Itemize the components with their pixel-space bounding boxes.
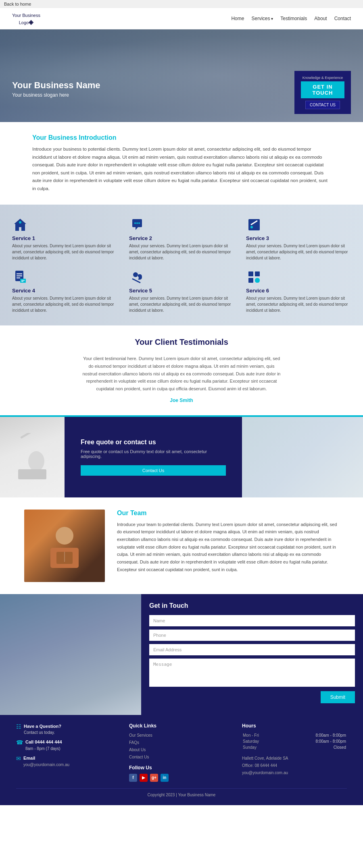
- service-card-5: Service 5 About your services. Dummy tex…: [129, 269, 234, 313]
- social-googleplus[interactable]: g+: [150, 774, 158, 782]
- submit-button[interactable]: Submit: [321, 691, 355, 703]
- svg-rect-16: [248, 271, 253, 276]
- service-3-desc: About your services. Dummy text Lorem ip…: [246, 243, 351, 261]
- svg-point-1: [134, 222, 136, 224]
- nav-home[interactable]: Home: [231, 16, 244, 21]
- nav-services[interactable]: Services: [251, 16, 273, 21]
- svg-point-2: [136, 222, 138, 224]
- footer-address: Hallett Cove, Adelaide SA: [242, 755, 347, 762]
- hero-slogan: Your business slogan here: [12, 92, 100, 98]
- service-5-title: Service 5: [129, 288, 234, 294]
- service-4-icon: [12, 269, 28, 285]
- hero-cta-label: Knowledge & Experience: [301, 76, 344, 80]
- contact-form-heading: Get in Touch: [149, 602, 355, 609]
- service-4-desc: About your services. Dummy text Lorem ip…: [12, 295, 117, 313]
- footer-email-label: Email: [23, 755, 69, 762]
- footer-contact-today: Contact us today.: [24, 730, 55, 735]
- footer-phone-hours: 8am - 8pm (7 days): [25, 746, 60, 751]
- team-text: Introduce your team to potential clients…: [117, 521, 339, 574]
- footer-office-phone: Office: 08 6444 444: [242, 762, 347, 769]
- footer-link-about[interactable]: About Us: [129, 746, 234, 754]
- footer-email-address[interactable]: you@yourdomain.com.au: [23, 761, 69, 769]
- svg-rect-11: [20, 279, 26, 283]
- social-linkedin[interactable]: in: [161, 774, 169, 782]
- hours-time-1: 8:00am - 8:00pm: [279, 733, 346, 738]
- footer-quicklinks-heading: Quick Links: [129, 723, 234, 729]
- cta-image: [0, 417, 65, 497]
- hero-section: Your Business Name Your business slogan …: [0, 29, 363, 122]
- hours-row-3: Sunday Closed: [243, 745, 346, 750]
- service-1-title: Service 1: [12, 235, 117, 241]
- nav-contact[interactable]: Contact: [334, 16, 351, 21]
- contact-us-hero-button[interactable]: CONTACT US: [305, 101, 340, 109]
- social-facebook[interactable]: f: [129, 774, 137, 782]
- service-3-title: Service 3: [246, 235, 351, 241]
- service-1-desc: About your services. Dummy text Lorem ip…: [12, 243, 117, 261]
- footer-link-contact[interactable]: Contact Us: [129, 754, 234, 761]
- svg-point-3: [138, 222, 140, 224]
- intro-text: Introduce your business to potential cli…: [32, 145, 331, 193]
- svg-rect-17: [255, 271, 260, 276]
- footer-link-faqs[interactable]: FAQs: [129, 739, 234, 746]
- testimonial-text: Your client testimonial here. Dummy text…: [81, 355, 282, 392]
- cta-contact-button[interactable]: Contact Us: [81, 465, 226, 476]
- hours-table: Mon - Fri 8:00am - 8:00pm Saturday 8:00a…: [242, 732, 347, 751]
- hours-row-1: Mon - Fri 8:00am - 8:00pm: [243, 733, 346, 738]
- testimonials-section: Your Client Testimonials Your client tes…: [0, 325, 363, 415]
- back-home-link[interactable]: Back to home: [4, 2, 31, 6]
- footer-link-services[interactable]: Our Services: [129, 732, 234, 739]
- footer-followus-heading: Follow Us: [129, 765, 234, 771]
- intro-heading: Your Business Introduction: [32, 134, 331, 141]
- testimonial-author: Joe Smith: [32, 398, 331, 403]
- hero-cta-box: Knowledge & Experience GET IN TOUCH CONT…: [294, 71, 351, 114]
- hours-day-2: Saturday: [243, 739, 278, 744]
- team-image: [24, 510, 105, 582]
- contact-section: Get in Touch Submit: [0, 594, 363, 715]
- svg-point-22: [56, 527, 73, 545]
- svg-rect-18: [248, 278, 253, 283]
- footer-copyright: Copyright 2023 | Your Business Name: [148, 793, 216, 797]
- message-input[interactable]: [149, 659, 355, 687]
- service-card-1: Service 1 About your services. Dummy tex…: [12, 217, 117, 261]
- team-heading: Our Team: [117, 510, 339, 517]
- cta-content: Free quote or contact us Free quote or c…: [65, 417, 242, 497]
- service-4-title: Service 4: [12, 288, 117, 294]
- hours-day-3: Sunday: [243, 745, 278, 750]
- phone-input[interactable]: [149, 630, 355, 641]
- phone-icon: ☎: [16, 739, 23, 746]
- header: Your Business Logo◈ Home Services Testim…: [0, 8, 363, 29]
- service-5-icon: [129, 269, 145, 285]
- services-section: Service 1 About your services. Dummy tex…: [0, 205, 363, 325]
- contact-form-area: Get in Touch Submit: [141, 594, 363, 715]
- footer-hours-heading: Hours: [242, 723, 347, 729]
- svg-point-20: [28, 451, 44, 471]
- intro-section: Your Business Introduction Introduce you…: [0, 122, 363, 205]
- service-2-title: Service 2: [129, 235, 234, 241]
- email-input[interactable]: [149, 644, 355, 655]
- service-card-4: Service 4 About your services. Dummy tex…: [12, 269, 117, 313]
- footer-question-item: ☷ Have a Question? Contact us today.: [16, 723, 121, 736]
- service-3-icon: [246, 217, 262, 233]
- social-icons: f ▶ g+ in: [129, 774, 234, 782]
- social-youtube[interactable]: ▶: [140, 774, 148, 782]
- service-5-desc: About your services. Dummy text Lorem ip…: [129, 295, 234, 313]
- footer-col-hours: Hours Mon - Fri 8:00am - 8:00pm Saturday…: [242, 723, 347, 782]
- team-content: Our Team Introduce your team to potentia…: [117, 510, 339, 574]
- nav-about[interactable]: About: [314, 16, 327, 21]
- footer-phone-item: ☎ Call 0444 444 444 8am - 8pm (7 days): [16, 739, 121, 752]
- nav-testimonials[interactable]: Testimonials: [280, 16, 307, 21]
- svg-point-0: [19, 221, 21, 224]
- svg-rect-4: [248, 219, 260, 230]
- services-grid: Service 1 About your services. Dummy tex…: [12, 217, 351, 313]
- service-card-3: Service 3 About your services. Dummy tex…: [246, 217, 351, 261]
- footer-question-label: Have a Question?: [24, 723, 61, 730]
- name-input[interactable]: [149, 615, 355, 626]
- main-nav: Home Services Testimonials About Contact: [231, 16, 351, 21]
- cta-heading: Free quote or contact us: [81, 439, 226, 446]
- footer-office-email[interactable]: you@yourdomain.com.au: [242, 769, 347, 777]
- svg-point-6: [250, 226, 253, 228]
- testimonials-heading: Your Client Testimonials: [32, 338, 331, 347]
- footer-col-contact: ☷ Have a Question? Contact us today. ☎ C…: [16, 723, 121, 782]
- service-2-icon: [129, 217, 145, 233]
- get-in-touch-label: GET IN TOUCH: [301, 81, 344, 98]
